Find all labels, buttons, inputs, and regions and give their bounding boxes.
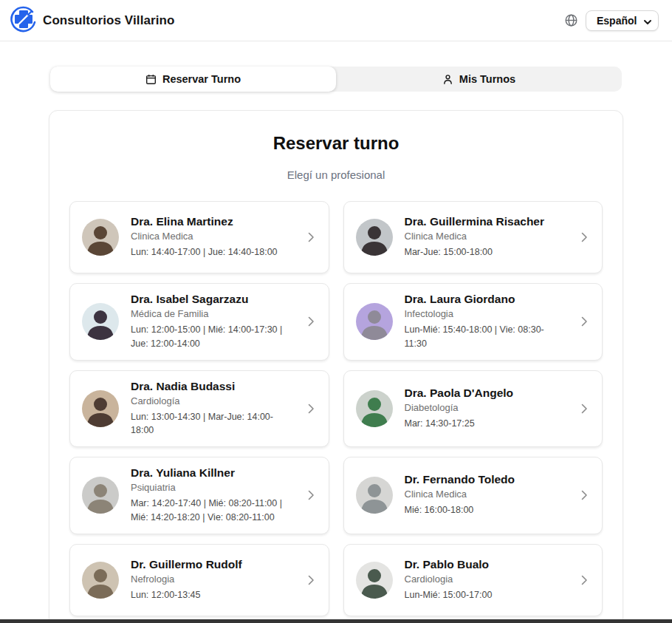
doctor-schedule: Mié: 16:00-18:00 [405,503,567,517]
doctor-name: Dra. Nadia Budassi [131,380,293,393]
doctor-schedule: Lun: 13:00-14:30 | Mar-Jue: 14:00-18:00 [131,410,293,438]
doctor-specialty: Nefrologia [131,573,293,585]
doctor-specialty: Diabetología [405,402,567,413]
tab-label: Mis Turnos [459,73,515,85]
doctor-avatar [82,219,119,256]
doctor-avatar [82,562,119,599]
doctor-specialty: Psiquiatria [131,482,293,493]
doctor-card[interactable]: Dra. Guillermina Risacher Clinica Medica… [343,201,603,273]
tab-label: Reservar Turno [162,73,241,85]
chevron-right-icon [305,231,317,243]
doctor-specialty: Infectologia [405,308,567,319]
doctor-avatar [356,390,393,427]
doctor-name: Dra. Laura Giordano [405,293,567,306]
doctor-name: Dra. Paola D'Angelo [405,387,567,400]
doctor-avatar [356,562,393,599]
doctor-name: Dr. Fernando Toledo [405,473,567,486]
chevron-right-icon [305,403,317,415]
brand: Consultorios Villarino [10,6,175,35]
doctor-schedule: Mar: 14:20-17:40 | Mié: 08:20-11:00 | Mi… [131,497,293,525]
language-select[interactable]: Español [586,10,659,31]
doctor-schedule: Lun-Mié: 15:00-17:00 [405,588,567,602]
doctors-grid: Dra. Elina Martinez Clinica Medica Lun: … [69,201,603,616]
doctor-card[interactable]: Dr. Guillermo Rudolf Nefrologia Lun: 12:… [69,544,329,616]
chevron-right-icon [305,316,317,327]
doctor-schedule: Mar-Jue: 15:00-18:00 [405,245,567,259]
chevron-right-icon [578,231,590,243]
doctor-avatar [356,303,393,340]
tab-reservar-turno[interactable]: Reservar Turno [50,67,336,92]
doctor-specialty: Cardiologia [405,573,567,585]
doctor-card[interactable]: Dra. Nadia Budassi Cardiología Lun: 13:0… [69,370,329,448]
brand-title: Consultorios Villarino [43,13,175,28]
doctor-card[interactable]: Dr. Fernando Toledo Clinica Medica Mié: … [343,457,603,534]
chevron-right-icon [305,489,317,501]
tab-bar: Reservar Turno Mis Turnos [50,67,622,92]
doctor-name: Dr. Pablo Bualo [405,558,567,571]
doctor-card[interactable]: Dra. Elina Martinez Clinica Medica Lun: … [69,201,329,273]
person-icon [442,74,453,85]
doctor-card[interactable]: Dra. Laura Giordano Infectologia Lun-Mié… [343,283,603,361]
doctor-avatar [356,219,393,256]
doctor-schedule: Lun-Mié: 15:40-18:00 | Vie: 08:30-11:30 [405,323,567,351]
doctor-avatar [82,303,119,340]
doctor-avatar [82,477,119,514]
doctor-specialty: Cardiología [131,395,293,406]
doctor-specialty: Médica de Familia [131,308,293,319]
globe-icon [564,13,578,27]
booking-panel: Reservar turno Elegí un profesional Dra.… [49,110,623,623]
language-selector: Español [586,10,659,31]
page-subtitle: Elegí un profesional [69,168,603,181]
calendar-icon [145,74,157,85]
chevron-right-icon [305,574,317,586]
doctor-avatar [356,477,393,514]
chevron-right-icon [578,574,590,586]
doctor-schedule: Lun: 12:00-15:00 | Mié: 14:00-17:30 | Ju… [131,323,293,351]
doctor-card[interactable]: Dra. Paola D'Angelo Diabetología Mar: 14… [343,370,603,448]
chevron-right-icon [578,316,590,327]
doctor-specialty: Clinica Medica [131,231,293,242]
doctor-name: Dra. Elina Martinez [131,215,293,228]
doctor-name: Dr. Guillermo Rudolf [131,558,293,571]
chevron-right-icon [578,403,590,415]
doctor-card[interactable]: Dra. Yuliana Killner Psiquiatria Mar: 14… [69,457,329,534]
doctor-avatar [82,390,119,427]
tab-mis-turnos[interactable]: Mis Turnos [336,67,622,92]
doctor-name: Dra. Yuliana Killner [131,466,293,480]
chevron-right-icon [578,489,590,501]
doctor-specialty: Clinica Medica [405,231,567,242]
doctor-name: Dra. Isabel Sagarzazu [131,293,293,306]
doctor-schedule: Lun: 14:40-17:00 | Jue: 14:40-18:00 [131,245,293,259]
doctor-name: Dra. Guillermina Risacher [405,215,567,228]
doctor-specialty: Clinica Medica [405,488,567,500]
doctor-schedule: Lun: 12:00-13:45 [131,588,293,602]
doctor-card[interactable]: Dr. Pablo Bualo Cardiologia Lun-Mié: 15:… [343,544,603,616]
app-header: Consultorios Villarino Español [0,0,672,41]
page-title: Reservar turno [69,133,603,154]
doctor-card[interactable]: Dra. Isabel Sagarzazu Médica de Familia … [69,283,329,361]
clinic-logo-icon [10,6,37,35]
bottom-window-edge [0,619,672,623]
doctor-schedule: Mar: 14:30-17:25 [405,417,567,431]
